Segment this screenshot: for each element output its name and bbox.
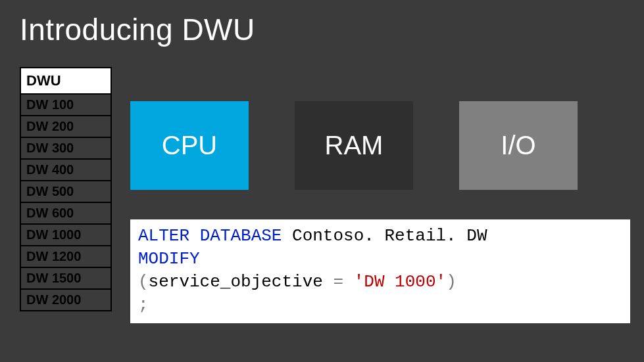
- dwu-row: DW 400: [20, 160, 112, 181]
- dwu-row: DW 100: [20, 95, 112, 116]
- dwu-row: DW 1000: [20, 225, 112, 246]
- dwu-row: DW 300: [20, 138, 112, 160]
- dwu-row: DW 200: [20, 116, 112, 138]
- ram-tile: RAM: [295, 101, 413, 190]
- slide-title: Introducing DWU: [0, 0, 644, 47]
- sql-keyword-modify: MODIFY: [138, 249, 200, 269]
- sql-keyword-alter: ALTER: [138, 226, 189, 246]
- sql-code-box: ALTER DATABASE Contoso. Retail. DW MODIF…: [130, 219, 630, 323]
- io-tile: I/O: [459, 101, 578, 190]
- sql-keyword-database: DATABASE: [200, 226, 282, 246]
- dwu-table-header: DWU: [20, 68, 112, 95]
- slide-content: DWU DW 100 DW 200 DW 300 DW 400 DW 500 D…: [20, 67, 631, 349]
- sql-db-name: Contoso. Retail. DW: [292, 226, 487, 246]
- dwu-row: DW 1200: [20, 246, 112, 268]
- dwu-table: DWU DW 100 DW 200 DW 300 DW 400 DW 500 D…: [20, 67, 112, 311]
- dwu-row: DW 600: [20, 203, 112, 225]
- resource-tiles: CPU RAM I/O: [130, 101, 631, 190]
- sql-eq: =: [333, 272, 343, 292]
- sql-lparen: (: [138, 272, 149, 292]
- sql-param: service_objective: [149, 272, 323, 292]
- sql-semicolon: ;: [138, 295, 149, 315]
- dwu-row: DW 1500: [20, 268, 112, 290]
- dwu-row: DW 2000: [20, 290, 112, 311]
- sql-rparen: ): [446, 272, 457, 292]
- cpu-tile: CPU: [130, 101, 249, 190]
- sql-value: 'DW 1000': [354, 272, 446, 292]
- dwu-row: DW 500: [20, 181, 112, 203]
